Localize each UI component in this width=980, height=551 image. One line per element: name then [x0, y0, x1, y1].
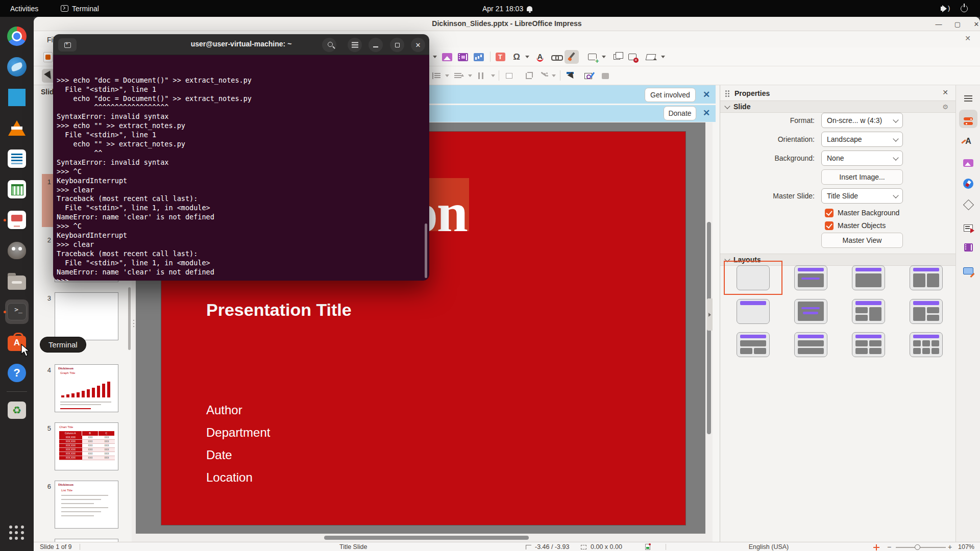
- dock-item-vlc[interactable]: [3, 113, 31, 143]
- dock-item-thunderbird[interactable]: [3, 52, 31, 82]
- tab-properties[interactable]: [959, 110, 977, 128]
- impress-minimize-button[interactable]: —: [933, 18, 944, 30]
- layout-option-1[interactable]: [724, 261, 782, 294]
- master-slide-select[interactable]: Title Slide: [821, 188, 903, 204]
- background-select[interactable]: None: [821, 151, 903, 166]
- dock-item-writer[interactable]: [3, 143, 31, 174]
- focused-app-indicator[interactable]: Terminal: [56, 0, 104, 17]
- impress-close-button[interactable]: ✕: [971, 18, 980, 30]
- layout-option-11[interactable]: [840, 328, 897, 361]
- layout-option-2[interactable]: [782, 261, 840, 294]
- distribute-vertical-dropdown[interactable]: [489, 69, 497, 83]
- slide-meta-textbox[interactable]: Author Department Date Location: [206, 399, 270, 489]
- zoom-slider-knob[interactable]: [915, 544, 920, 550]
- format-select[interactable]: On-scre... w (4:3): [821, 113, 903, 128]
- insert-hyperlink-button[interactable]: [549, 50, 564, 64]
- font-color-button[interactable]: A: [533, 50, 547, 64]
- tab-slide-transition[interactable]: [959, 219, 977, 237]
- dock-item-app-grid[interactable]: [3, 517, 31, 548]
- dock-item-terminal[interactable]: >_: [3, 296, 31, 327]
- save-status-icon[interactable]: [645, 544, 650, 550]
- dock-item-impress[interactable]: [3, 205, 31, 235]
- gear-icon[interactable]: ⚙: [942, 103, 948, 111]
- fit-slide-icon[interactable]: [873, 544, 879, 550]
- slide-thumbnail-4[interactable]: DickinsonGraph Title: [55, 364, 118, 412]
- terminal-titlebar[interactable]: user@user-virtual-machine: ~ ✕: [53, 34, 429, 55]
- zoom-slider-track[interactable]: [896, 547, 946, 548]
- tab-gallery[interactable]: [959, 154, 977, 172]
- layout-option-5[interactable]: [724, 295, 782, 328]
- shadow-button[interactable]: [502, 69, 516, 83]
- tab-navigator[interactable]: [959, 174, 977, 193]
- dock-item-trash[interactable]: ♻: [3, 395, 31, 425]
- terminal-maximize-button[interactable]: [390, 38, 404, 52]
- slides-panel-scrollbar[interactable]: [128, 287, 131, 350]
- gray-block-button[interactable]: [598, 69, 612, 83]
- slide-thumbnail-5[interactable]: Chart TitleColumn ABCXXX,XXXXXXXXXXXX,XX…: [55, 422, 118, 470]
- insert-image-button[interactable]: [440, 50, 454, 64]
- layout-option-6[interactable]: [782, 295, 840, 328]
- tab-styles[interactable]: A: [959, 132, 977, 151]
- orientation-select[interactable]: Landscape: [821, 132, 903, 147]
- zoom-out-button[interactable]: −: [887, 543, 891, 551]
- align-dropdown[interactable]: [444, 69, 451, 83]
- layout-option-7[interactable]: [840, 295, 897, 328]
- delete-slide-button[interactable]: [625, 50, 640, 64]
- properties-close-icon[interactable]: ✕: [942, 88, 948, 96]
- terminal-minimize-button[interactable]: [369, 38, 383, 52]
- filter-dropdown[interactable]: [550, 69, 557, 83]
- master-objects-checkbox[interactable]: Master Objects: [825, 220, 886, 231]
- layout-option-12[interactable]: [897, 328, 955, 361]
- special-character-dropdown[interactable]: [524, 50, 531, 64]
- slide-section-header[interactable]: Slide ⚙: [720, 101, 955, 113]
- impress-maximize-button[interactable]: ▢: [952, 18, 963, 30]
- new-slide-dropdown[interactable]: [600, 50, 607, 64]
- infobar-close-icon[interactable]: ✕: [701, 89, 712, 99]
- zoom-percent-status[interactable]: 107%: [958, 543, 974, 550]
- filter-button[interactable]: [536, 69, 551, 83]
- slide-title-text[interactable]: Presentation Title: [206, 300, 352, 320]
- crop-button[interactable]: [521, 69, 535, 83]
- slide-thumbnail-6[interactable]: DickinsonList Title: [55, 481, 118, 529]
- layout-option-10[interactable]: [782, 328, 840, 361]
- clone-formatting-button[interactable]: [565, 50, 579, 64]
- volume-indicator[interactable]: [936, 0, 949, 17]
- toolbar-dropdown[interactable]: [431, 50, 438, 64]
- slide-thumbnail-3[interactable]: [55, 292, 118, 340]
- terminal-scrollbar[interactable]: [425, 223, 427, 278]
- dock-item-files[interactable]: [3, 266, 31, 296]
- donate-button[interactable]: Donate: [664, 106, 696, 120]
- terminal-output[interactable]: >>> echo "doc = Document()" >> extract_n…: [53, 55, 429, 281]
- insert-media-button[interactable]: [456, 50, 470, 64]
- terminal-close-button[interactable]: ✕: [411, 38, 425, 52]
- clock[interactable]: Apr 21 18:03: [477, 0, 537, 17]
- dock-item-gimp[interactable]: [3, 235, 31, 266]
- power-menu[interactable]: [955, 0, 973, 17]
- insert-special-character-button[interactable]: Ω: [509, 50, 524, 64]
- language-status[interactable]: English (USA): [738, 543, 799, 550]
- master-view-button[interactable]: Master View: [821, 233, 903, 248]
- impress-titlebar[interactable]: Dickinson_Slides.pptx - LibreOffice Impr…: [34, 17, 980, 31]
- glue-points-button[interactable]: [581, 69, 595, 83]
- slide-layout-button[interactable]: [644, 50, 658, 64]
- terminal-search-button[interactable]: [322, 38, 336, 52]
- edit-points-button[interactable]: [564, 69, 578, 83]
- dock-item-help[interactable]: ?: [3, 358, 31, 388]
- slide-layout-dropdown[interactable]: [659, 50, 667, 64]
- terminal-menu-button[interactable]: [348, 38, 362, 52]
- dock-item-calc[interactable]: [3, 174, 31, 205]
- new-slide-button[interactable]: [585, 50, 599, 64]
- tab-shapes[interactable]: [959, 195, 977, 214]
- insert-image-sidebar-button[interactable]: Insert Image...: [821, 169, 903, 185]
- layout-option-8[interactable]: [897, 295, 955, 328]
- duplicate-slide-button[interactable]: [609, 50, 624, 64]
- layout-option-9[interactable]: [724, 328, 782, 361]
- distribute-vertical-button[interactable]: [474, 69, 488, 83]
- canvas-vertical-scrollbar[interactable]: [705, 122, 713, 542]
- layout-option-4[interactable]: [897, 261, 955, 294]
- infobar-close-icon[interactable]: ✕: [701, 108, 712, 118]
- canvas-horizontal-scrollbar[interactable]: [136, 534, 705, 542]
- dock-item-chrome[interactable]: [3, 21, 31, 52]
- activities-button[interactable]: Activities: [5, 0, 43, 17]
- layout-option-3[interactable]: [840, 261, 897, 294]
